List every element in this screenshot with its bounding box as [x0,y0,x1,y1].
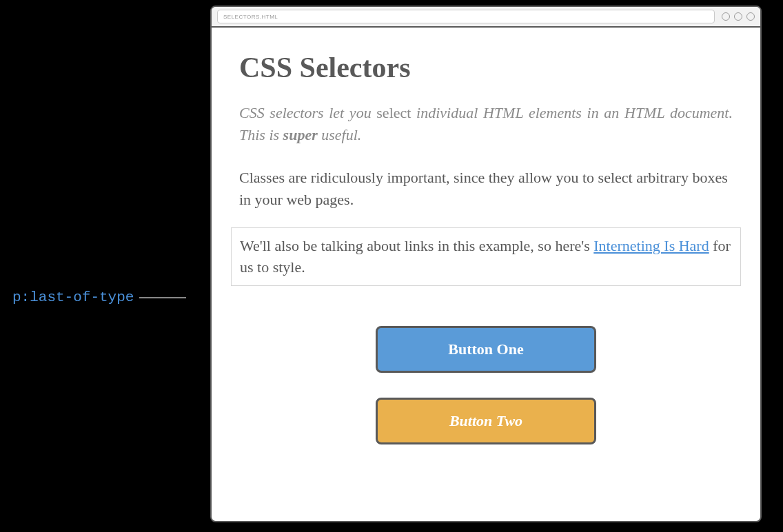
button-two[interactable]: Button Two [376,398,596,444]
url-field[interactable]: SELECTORS.HTML [217,10,715,23]
window-controls [722,12,755,21]
page-content: CSS Selectors CSS selectors let you sele… [212,28,760,468]
intro-text: select [376,104,411,121]
url-text: SELECTORS.HTML [223,14,278,20]
annotation: p:last-of-type [12,289,186,305]
link-interneting-is-hard[interactable]: Interneting Is Hard [593,237,709,254]
button-one[interactable]: Button One [376,326,596,373]
intro-text: CSS selectors let you [239,104,376,121]
intro-paragraph: CSS selectors let you select individual … [239,102,733,146]
annotation-line [139,297,186,298]
window-dot-icon[interactable] [746,12,755,21]
browser-window: SELECTORS.HTML CSS Selectors CSS selecto… [210,6,762,522]
buttons-container: Button One Button Two [239,326,733,444]
button-label: Button One [448,340,523,358]
paragraph-last-of-type: We'll also be talking about links in thi… [231,227,741,287]
window-dot-icon[interactable] [734,12,742,21]
annotation-label: p:last-of-type [12,289,134,305]
title-bar: SELECTORS.HTML [212,7,760,28]
window-dot-icon[interactable] [722,12,730,21]
button-label: Button Two [449,412,522,430]
intro-text: useful. [318,126,362,143]
intro-super: super [283,126,318,143]
paragraph-2: Classes are ridiculously important, sinc… [239,167,733,211]
page-title: CSS Selectors [239,51,733,84]
para3-text: We'll also be talking about links in thi… [240,237,593,254]
